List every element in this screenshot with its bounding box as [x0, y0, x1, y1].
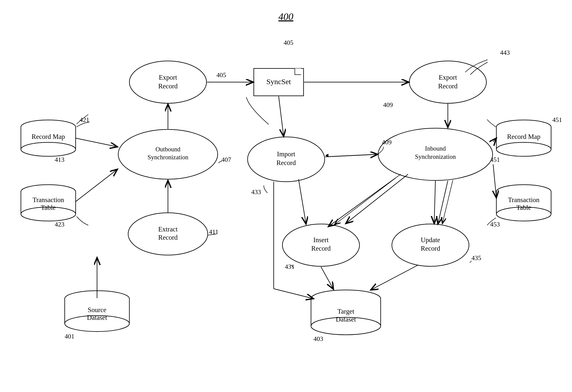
ref-435: 435 [471, 254, 481, 262]
inbound-sync-label2: Synchronization [415, 153, 456, 160]
import-record-label2: Record [276, 159, 296, 167]
svg-point-31 [409, 61, 486, 103]
svg-point-4 [21, 142, 76, 156]
svg-line-53 [493, 138, 496, 142]
ref-407: 407 [221, 156, 231, 163]
ref-409-label: 409 [383, 101, 393, 109]
outbound-sync-label: Outbound [156, 146, 181, 153]
update-record-label: Update [421, 236, 440, 244]
svg-line-43 [76, 169, 117, 202]
ref-403: 403 [313, 335, 323, 342]
record-map-left-label: Record Map [32, 133, 65, 140]
target-dataset-label2: Dataset [336, 316, 356, 323]
ref-423: 423 [55, 221, 64, 228]
export-record-right-label2: Record [438, 82, 458, 90]
diagram-title: 400 [278, 11, 293, 22]
inbound-sync-label: Inbound [425, 145, 446, 152]
outbound-sync-label2: Synchronization [148, 154, 188, 161]
transaction-table-right-label: Transaction [508, 196, 540, 204]
svg-line-54 [493, 164, 496, 198]
source-dataset-label: Source [88, 306, 106, 314]
svg-line-63 [299, 179, 306, 224]
ref-443-2: 451 [552, 116, 562, 123]
svg-line-42 [76, 138, 117, 147]
export-record-left-label2: Record [158, 82, 178, 90]
syncset-label: SyncSet [266, 77, 291, 86]
svg-point-19 [496, 142, 551, 156]
extract-record-label: Extract [158, 225, 178, 233]
target-dataset-label: Target [337, 308, 355, 315]
insert-record-label2: Record [311, 245, 331, 252]
svg-line-55 [321, 267, 333, 289]
svg-line-62 [442, 180, 453, 224]
export-record-right-label: Export [439, 74, 457, 81]
svg-line-56 [371, 265, 418, 290]
insert-record-label: Insert [313, 236, 329, 244]
transaction-table-left-label: Transaction [33, 196, 64, 204]
transaction-table-right-label2: Table [516, 204, 531, 211]
record-map-right-label: Record Map [507, 133, 540, 140]
import-record-label: Import [277, 150, 295, 158]
ref-433: 433 [251, 188, 261, 196]
ref-453: 453 [490, 221, 500, 228]
ref-443: 443 [500, 49, 510, 56]
ref-431: 431 [285, 263, 295, 270]
update-record-label2: Record [421, 245, 440, 252]
ref-405-label: 405 [284, 39, 293, 46]
ref-405: 405 [216, 71, 226, 79]
svg-line-58 [274, 289, 313, 299]
svg-line-51 [346, 174, 408, 224]
extract-record-label2: Record [158, 234, 178, 241]
svg-point-30 [129, 61, 207, 103]
svg-line-52 [434, 181, 435, 224]
ref-413: 413 [55, 156, 64, 163]
svg-line-60 [438, 181, 448, 224]
ref-401: 401 [65, 333, 74, 340]
svg-line-61 [335, 174, 401, 224]
source-dataset-label2: Dataset [87, 314, 107, 321]
svg-line-59 [328, 178, 396, 226]
export-record-left-label: Export [159, 74, 177, 81]
svg-line-50 [279, 96, 284, 136]
ref-409: 409 [382, 139, 392, 146]
transaction-table-left-label2: Table [41, 204, 56, 211]
svg-line-48 [325, 154, 378, 157]
diagram: 400 Record Map 421 413 Transaction Table… [0, 0, 572, 392]
